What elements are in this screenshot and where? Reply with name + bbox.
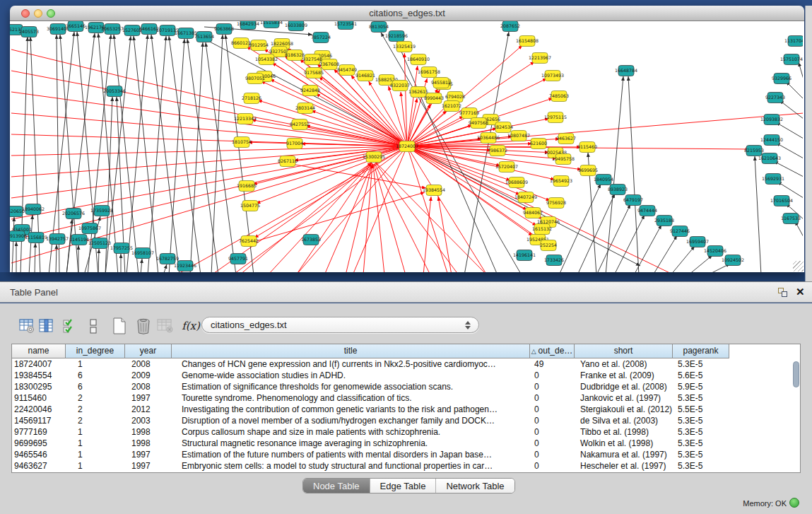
select-all-rows-icon[interactable] xyxy=(61,316,79,335)
table-cell[interactable]: 0 xyxy=(530,426,575,438)
table-cell[interactable]: 5.3E-5 xyxy=(673,460,729,472)
table-cell[interactable]: Hescheler et al. (1997) xyxy=(575,460,673,472)
table-cell[interactable]: 2 xyxy=(66,415,125,426)
table-cell[interactable]: 0 xyxy=(530,381,575,392)
table-cell[interactable]: 9115460 xyxy=(12,392,66,404)
table-selector-dropdown[interactable]: citations_edges.txt xyxy=(201,317,479,333)
table-row[interactable]: 2242004622012Investigating the contribut… xyxy=(12,404,729,415)
table-cell[interactable]: 1998 xyxy=(125,426,172,438)
table-cell[interactable]: Changes of HCN gene expression and I(f) … xyxy=(172,358,530,370)
table-cell[interactable]: Disruption of a novel member of a sodium… xyxy=(172,415,530,426)
table-cell[interactable]: 9699695 xyxy=(12,438,66,449)
close-panel-icon[interactable]: ✕ xyxy=(796,286,805,298)
table-cell[interactable]: Stergiakouli et al. (2012) xyxy=(575,404,673,415)
delete-table-icon[interactable] xyxy=(134,316,153,335)
table-cell[interactable]: Jankovic et al. (1997) xyxy=(575,392,673,404)
unselect-rows-icon[interactable] xyxy=(85,316,103,335)
table-cell[interactable]: 2008 xyxy=(125,358,172,370)
table-cell[interactable]: Wolkin et al. (1998) xyxy=(575,438,673,449)
table-cell[interactable]: 1 xyxy=(66,460,125,472)
table-cell[interactable]: 5.3E-5 xyxy=(673,426,729,438)
table-cell[interactable]: Investigating the contribution of common… xyxy=(172,404,530,415)
table-scrollbar-thumb[interactable] xyxy=(793,361,799,387)
table-cell[interactable]: 5.6E-5 xyxy=(673,370,729,381)
table-cell[interactable]: 1 xyxy=(66,358,125,370)
table-cell[interactable]: Corpus callosum shape and size in male p… xyxy=(172,426,530,438)
table-cell[interactable]: Genome-wide association studies in ADHD. xyxy=(172,370,530,381)
column-header-pagerank[interactable]: pagerank xyxy=(673,344,729,358)
table-cell[interactable]: 6 xyxy=(66,370,125,381)
table-cell[interactable]: 0 xyxy=(530,370,575,381)
table-cell[interactable]: 9463627 xyxy=(12,460,66,472)
table-cell[interactable]: 0 xyxy=(530,415,575,426)
column-header-name[interactable]: name xyxy=(12,344,66,358)
table-cell[interactable]: 49 xyxy=(530,358,575,370)
table-cell[interactable]: Estimation of significance thresholds fo… xyxy=(172,381,530,392)
table-cell[interactable]: 22420046 xyxy=(12,404,66,415)
table-settings-icon[interactable] xyxy=(18,316,36,335)
column-header-year[interactable]: year xyxy=(125,344,172,358)
tab-node-table[interactable]: Node Table xyxy=(303,479,370,493)
table-cell[interactable]: 2 xyxy=(66,392,125,404)
table-row[interactable]: 1938455462009Genome-wide association stu… xyxy=(12,370,729,381)
table-cell[interactable]: 1 xyxy=(66,438,125,449)
table-cell[interactable]: 2012 xyxy=(125,404,172,415)
table-row[interactable]: 977716911998Corpus callosum shape and si… xyxy=(12,426,729,438)
table-cell[interactable]: 5.3E-5 xyxy=(673,449,729,460)
table-cell[interactable]: 5.3E-5 xyxy=(673,415,729,426)
table-cell[interactable]: 5.3E-5 xyxy=(673,392,729,404)
table-row[interactable]: 911546021997Tourette syndrome. Phenomeno… xyxy=(12,392,729,404)
table-row[interactable]: 946362711997Embryonic stem cells: a mode… xyxy=(12,460,729,472)
column-header-out_de[interactable]: △out_de… xyxy=(530,344,575,358)
table-cell[interactable]: Nakamura et al. (1997) xyxy=(575,449,673,460)
memory-status-led[interactable] xyxy=(789,498,799,508)
tab-edge-table[interactable]: Edge Table xyxy=(370,479,436,493)
table-row[interactable]: 946554611997Estimation of the future num… xyxy=(12,449,729,460)
column-header-title[interactable]: title xyxy=(172,344,530,358)
window-resize-grip[interactable] xyxy=(793,261,804,271)
table-cell[interactable]: Franke et al. (2009) xyxy=(575,370,673,381)
table-cell[interactable]: Tibbo et al. (1998) xyxy=(575,426,673,438)
table-cell[interactable]: 2008 xyxy=(125,381,172,392)
table-cell[interactable]: 1 xyxy=(66,449,125,460)
table-cell[interactable]: Dudbridge et al. (2008) xyxy=(575,381,673,392)
table-cell[interactable]: 2 xyxy=(66,404,125,415)
float-panel-icon[interactable] xyxy=(778,288,789,298)
table-cell[interactable]: 18724007 xyxy=(12,358,66,370)
table-cell[interactable]: 9777169 xyxy=(12,426,66,438)
table-cell[interactable]: 1997 xyxy=(125,392,172,404)
table-row[interactable]: 1456911722003Disruption of a novel membe… xyxy=(12,415,729,426)
table-row[interactable]: 1830029562008Estimation of significance … xyxy=(12,381,729,392)
table-cell[interactable]: Tourette syndrome. Phenomenology and cla… xyxy=(172,392,530,404)
function-builder-icon[interactable]: f(x) xyxy=(179,316,203,335)
table-cell[interactable]: 1997 xyxy=(125,449,172,460)
column-header-in_degree[interactable]: in_degree xyxy=(66,344,125,358)
table-cell[interactable]: 14569117 xyxy=(12,415,66,426)
table-cell[interactable]: 18300295 xyxy=(12,381,66,392)
table-cell[interactable]: 1 xyxy=(66,426,125,438)
table-cell[interactable]: 9465546 xyxy=(12,449,66,460)
table-cell[interactable]: Yano et al. (2008) xyxy=(575,358,673,370)
table-cell[interactable]: Structural magnetic resonance image aver… xyxy=(172,438,530,449)
create-table-icon[interactable] xyxy=(110,316,129,335)
column-header-short[interactable]: short xyxy=(575,344,673,358)
table-cell[interactable]: 5.9E-5 xyxy=(673,381,729,392)
table-row[interactable]: 969969511998Structural magnetic resonanc… xyxy=(12,438,729,449)
tab-network-table[interactable]: Network Table xyxy=(435,479,514,493)
table-cell[interactable]: 2003 xyxy=(125,415,172,426)
table-cell[interactable]: 0 xyxy=(530,438,575,449)
table-cell[interactable]: de Silva et al. (2003) xyxy=(575,415,673,426)
table-cell[interactable]: 6 xyxy=(66,381,125,392)
select-columns-icon[interactable] xyxy=(37,316,56,335)
table-cell[interactable]: 2009 xyxy=(125,370,172,381)
network-canvas[interactable]: 8521312405573306914061665146196217641065… xyxy=(10,21,804,272)
table-cell[interactable]: 1998 xyxy=(125,438,172,449)
table-cell[interactable]: 0 xyxy=(530,392,575,404)
table-cell[interactable]: 5.3E-5 xyxy=(673,438,729,449)
table-cell[interactable]: 0 xyxy=(530,404,575,415)
window-titlebar[interactable]: citations_edges.txt xyxy=(10,6,804,21)
table-cell[interactable]: 0 xyxy=(530,460,575,472)
table-cell[interactable]: 19384554 xyxy=(12,370,66,381)
table-cell[interactable]: 5.5E-5 xyxy=(673,404,729,415)
table-cell[interactable]: Estimation of the future numbers of pati… xyxy=(172,449,530,460)
